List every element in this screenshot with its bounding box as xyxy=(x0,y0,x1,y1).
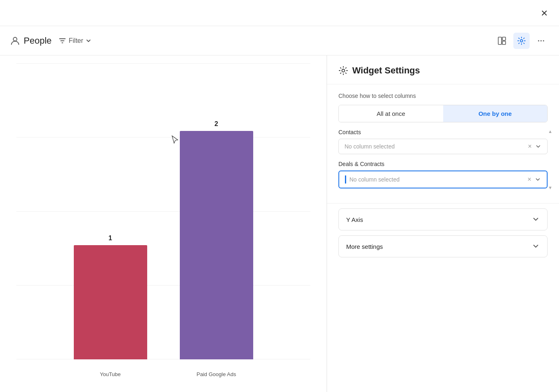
people-button[interactable]: People xyxy=(10,35,52,46)
toolbar-left: People Filter xyxy=(10,35,491,46)
top-bar xyxy=(0,0,559,26)
more-settings-section: More settings xyxy=(338,235,548,257)
chart-area: 1 2 YouTube Paid Google Ads xyxy=(0,55,327,392)
contacts-clear-button[interactable]: × xyxy=(528,143,532,150)
y-axis-chevron-icon xyxy=(532,215,540,224)
contacts-label: Contacts xyxy=(338,129,548,135)
settings-title: Widget Settings xyxy=(352,65,420,76)
deals-contracts-dropdown[interactable]: No column selected × xyxy=(338,171,548,188)
toolbar: People Filter xyxy=(0,26,559,55)
dropdowns-scroll-area: ▲ Contacts No column selected × xyxy=(338,129,548,188)
scroll-up-indicator: ▲ xyxy=(548,129,552,134)
contacts-field-group: Contacts No column selected × xyxy=(338,129,548,154)
svg-rect-3 xyxy=(502,41,506,44)
bars-container: 1 2 xyxy=(16,64,310,359)
bar-value-youtube: 1 xyxy=(108,235,112,242)
bar-group-youtube: 1 xyxy=(74,235,147,359)
chart-container: 1 2 YouTube Paid Google Ads xyxy=(16,64,310,384)
filter-icon xyxy=(58,37,66,45)
svg-rect-2 xyxy=(502,37,506,40)
settings-gear-icon xyxy=(517,36,526,45)
bar-google[interactable] xyxy=(180,131,253,359)
deals-contracts-field-group: Deals & Contracts No column selected × xyxy=(338,161,548,188)
more-settings-label: More settings xyxy=(346,243,383,250)
close-button[interactable] xyxy=(538,7,551,20)
contacts-placeholder: No column selected xyxy=(345,143,528,150)
all-at-once-button[interactable]: All at once xyxy=(339,105,443,122)
column-selection-toggle: All at once One by one xyxy=(338,105,548,122)
svg-point-7 xyxy=(543,40,544,41)
deals-select-actions: × xyxy=(528,176,541,183)
layout-button[interactable] xyxy=(494,33,510,49)
bar-value-google: 2 xyxy=(214,120,218,128)
svg-point-4 xyxy=(520,40,523,42)
scroll-down-indicator: ▼ xyxy=(548,185,552,190)
settings-header-icon xyxy=(338,66,348,75)
one-by-one-button[interactable]: One by one xyxy=(443,105,548,122)
settings-button[interactable] xyxy=(513,33,530,49)
main-content: 1 2 YouTube Paid Google Ads xyxy=(0,55,559,392)
y-axis-header[interactable]: Y Axis xyxy=(339,209,547,230)
contacts-select-actions: × xyxy=(528,143,541,150)
bar-group-google: 2 xyxy=(180,120,253,359)
person-icon xyxy=(10,35,20,46)
column-selection-section: Choose how to select columns All at once… xyxy=(327,84,559,204)
filter-label: Filter xyxy=(69,37,84,44)
deals-clear-button[interactable]: × xyxy=(528,176,531,183)
people-label: People xyxy=(24,35,52,46)
bottom-sections: Y Axis More settings xyxy=(327,204,559,267)
svg-point-6 xyxy=(541,40,542,41)
bar-youtube[interactable] xyxy=(74,245,147,359)
filter-button[interactable]: Filter xyxy=(58,37,92,45)
more-settings-chevron-icon xyxy=(532,242,540,250)
svg-point-0 xyxy=(13,37,17,41)
contacts-dropdown[interactable]: No column selected × xyxy=(338,139,548,154)
y-axis-label: Y Axis xyxy=(346,216,363,223)
label-youtube: YouTube xyxy=(74,371,147,377)
svg-point-5 xyxy=(538,40,539,41)
more-options-button[interactable] xyxy=(533,33,549,49)
label-google: Paid Google Ads xyxy=(180,371,253,377)
more-dots-icon xyxy=(537,36,546,45)
input-cursor xyxy=(345,175,346,184)
layout-icon xyxy=(497,36,506,45)
settings-header: Widget Settings xyxy=(327,55,559,84)
toolbar-right xyxy=(494,33,549,49)
more-settings-header[interactable]: More settings xyxy=(339,236,547,257)
x-axis-labels: YouTube Paid Google Ads xyxy=(16,371,310,377)
deals-contracts-label: Deals & Contracts xyxy=(338,161,548,167)
deals-contracts-placeholder: No column selected xyxy=(349,176,528,183)
contacts-chevron-icon xyxy=(535,143,541,150)
column-selection-label: Choose how to select columns xyxy=(338,93,548,99)
y-axis-section: Y Axis xyxy=(338,208,548,230)
svg-point-8 xyxy=(342,69,345,72)
filter-chevron-icon xyxy=(86,38,91,44)
svg-rect-1 xyxy=(498,37,502,44)
deals-chevron-icon xyxy=(535,176,541,183)
settings-panel: Widget Settings Choose how to select col… xyxy=(327,55,559,392)
